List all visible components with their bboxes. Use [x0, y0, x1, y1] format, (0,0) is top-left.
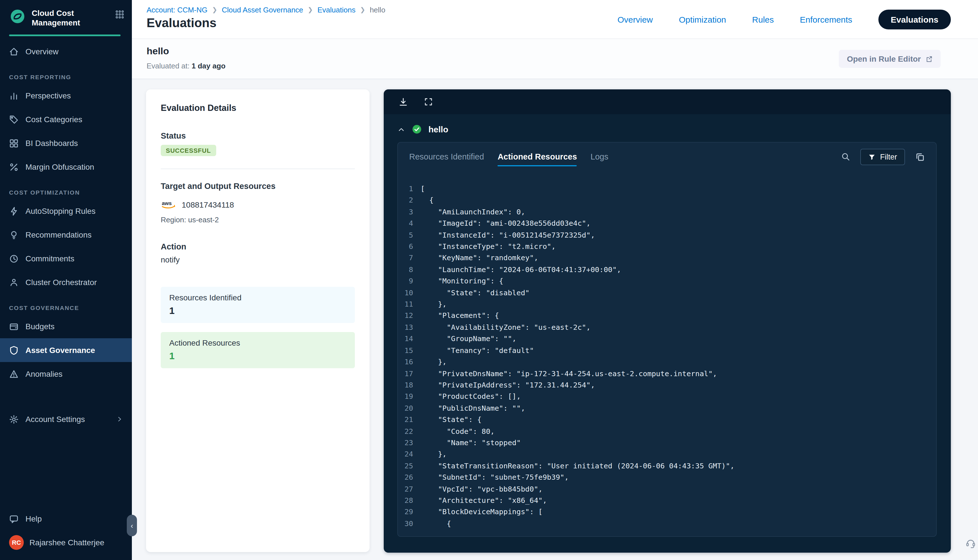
code-line: 16 },	[398, 357, 936, 368]
target-account-row: aws 108817434118	[161, 200, 355, 209]
chevron-up-icon[interactable]	[397, 125, 405, 133]
line-number: 16	[398, 357, 421, 368]
sidebar-item-bi-dashboards[interactable]: BI Dashboards	[0, 131, 132, 155]
code-line: 7 "KeyName": "randomkey",	[398, 253, 936, 264]
code-line: 26 "SubnetId": "subnet-75fe9b39",	[398, 472, 936, 483]
chat-icon	[9, 514, 19, 523]
line-number: 15	[398, 345, 421, 357]
copy-icon[interactable]	[915, 152, 925, 162]
module-switcher-icon[interactable]	[115, 8, 124, 19]
nav-optimization[interactable]: Optimization	[679, 15, 726, 24]
code-line: 13 "AvailabilityZone": "us-east-2c",	[398, 322, 936, 333]
fullscreen-icon[interactable]	[424, 97, 433, 106]
chevron-right-icon	[116, 416, 123, 423]
sidebar-item-asset-governance[interactable]: Asset Governance	[0, 338, 132, 362]
app: Cloud Cost Management Overview COST REPO…	[0, 0, 978, 560]
percent-icon	[9, 162, 19, 172]
code-line: 23 "Name": "stopped"	[398, 437, 936, 449]
tabs-bar: Resources Identified Actioned Resources …	[398, 143, 936, 171]
code-line: 17 "PrivateDnsName": "ip-172-31-44-254.u…	[398, 368, 936, 380]
sidebar-section-cost-governance: COST GOVERNANCE	[0, 294, 132, 315]
lightbulb-icon	[9, 230, 19, 240]
line-number: 12	[398, 310, 421, 322]
line-number: 13	[398, 322, 421, 333]
resources-identified-label: Resources Identified	[169, 293, 346, 302]
sidebar-footer: Help RC Rajarshee Chatterjee	[0, 507, 132, 560]
sidebar-item-label: Account Settings	[25, 415, 85, 424]
sidebar-item-recommendations[interactable]: Recommendations	[0, 223, 132, 247]
code-line: 25 "StateTransitionReason": "User initia…	[398, 460, 936, 472]
top-nav: Overview Optimization Rules Enforcements…	[618, 9, 978, 29]
user-profile[interactable]: RC Rajarshee Chatterjee	[0, 531, 132, 554]
sidebar-item-help[interactable]: Help	[0, 507, 132, 531]
breadcrumb-cloud-asset-governance[interactable]: Cloud Asset Governance	[222, 6, 303, 14]
code-text: "ProductCodes": [],	[421, 391, 521, 403]
results-viewer: hello Resources Identified Actioned Reso…	[384, 89, 951, 553]
sidebar-item-cluster-orchestrator[interactable]: Cluster Orchestrator	[0, 270, 132, 294]
breadcrumb-evaluations[interactable]: Evaluations	[317, 6, 355, 14]
support-chat-icon[interactable]	[965, 537, 976, 549]
code-text: "Placement": {	[421, 310, 499, 322]
gear-icon	[9, 414, 19, 424]
sidebar-item-margin-obfuscation[interactable]: Margin Obfuscation	[0, 155, 132, 179]
sidebar-item-cost-categories[interactable]: Cost Categories	[0, 107, 132, 131]
shield-icon	[9, 345, 19, 355]
code-text: "Monitoring": {	[421, 276, 504, 287]
sidebar-item-autostopping-rules[interactable]: AutoStopping Rules	[0, 199, 132, 223]
sidebar-spacer	[0, 431, 132, 507]
sidebar-item-label: Commitments	[25, 254, 74, 263]
search-icon[interactable]	[841, 152, 850, 161]
avatar: RC	[9, 535, 24, 550]
evaluated-at-value: 1 day ago	[192, 62, 225, 70]
nav-rules[interactable]: Rules	[752, 15, 774, 24]
status-badge: SUCCESSFUL	[161, 145, 216, 156]
open-in-rule-editor-label: Open in Rule Editor	[847, 54, 921, 63]
sidebar-collapse-handle[interactable]: ‹	[127, 515, 137, 536]
aws-logo-icon: aws	[161, 200, 177, 209]
code-text: "ImageId": "ami-002438e556dd03e4c",	[421, 218, 591, 229]
line-number: 21	[398, 414, 421, 426]
code-scroll-area[interactable]: 1[2 {3 "AmiLaunchIndex": 0,4 "ImageId": …	[398, 171, 936, 537]
tab-actioned-resources[interactable]: Actioned Resources	[497, 143, 577, 171]
sidebar-item-budgets[interactable]: Budgets	[0, 315, 132, 338]
line-number: 18	[398, 380, 421, 391]
sidebar-item-commitments[interactable]: Commitments	[0, 247, 132, 270]
code-text: "InstanceId": "i-00512145e7372325d",	[421, 229, 595, 241]
code-text: "State": "disabled"	[421, 287, 529, 299]
nav-evaluations-pill[interactable]: Evaluations	[878, 9, 951, 29]
top-header: Account: CCM-NG ❯ Cloud Asset Governance…	[132, 0, 978, 39]
tab-resources-identified[interactable]: Resources Identified	[409, 143, 484, 171]
code-text: {	[421, 195, 434, 207]
line-number: 10	[398, 287, 421, 299]
region-label: Region: us-east-2	[161, 215, 355, 224]
sidebar-item-account-settings[interactable]: Account Settings	[0, 407, 132, 431]
sidebar-item-overview[interactable]: Overview	[0, 40, 132, 63]
account-id: 108817434118	[182, 200, 234, 209]
sidebar-item-perspectives[interactable]: Perspectives	[0, 84, 132, 107]
code-line: 4 "ImageId": "ami-002438e556dd03e4c",	[398, 218, 936, 229]
code-line: 12 "Placement": {	[398, 310, 936, 322]
breadcrumb-account[interactable]: Account: CCM-NG	[147, 6, 207, 14]
code-text: "State": {	[421, 414, 482, 426]
line-number: 24	[398, 449, 421, 460]
sidebar-item-label: Budgets	[25, 322, 55, 331]
sidebar-item-anomalies[interactable]: Anomalies	[0, 362, 132, 386]
code-text: "SubnetId": "subnet-75fe9b39",	[421, 472, 569, 483]
nav-overview[interactable]: Overview	[618, 15, 653, 24]
nav-enforcements[interactable]: Enforcements	[800, 15, 852, 24]
tab-logs[interactable]: Logs	[591, 143, 608, 171]
line-number: 22	[398, 426, 421, 437]
code-text: "PublicDnsName": "",	[421, 402, 525, 414]
line-number: 7	[398, 253, 421, 264]
open-in-rule-editor-button[interactable]: Open in Rule Editor	[839, 50, 941, 68]
filter-button[interactable]: Filter	[860, 148, 905, 165]
line-number: 20	[398, 402, 421, 414]
code-line: 11 },	[398, 299, 936, 310]
code-text: "InstanceType": "t2.micro",	[421, 241, 556, 253]
code-text: "Tenancy": "default"	[421, 345, 534, 357]
code-block: 1[2 {3 "AmiLaunchIndex": 0,4 "ImageId": …	[398, 183, 936, 530]
download-icon[interactable]	[399, 97, 408, 107]
action-label: Action	[161, 242, 355, 251]
sidebar-item-label: Cost Categories	[25, 115, 82, 124]
tag-icon	[9, 115, 19, 124]
